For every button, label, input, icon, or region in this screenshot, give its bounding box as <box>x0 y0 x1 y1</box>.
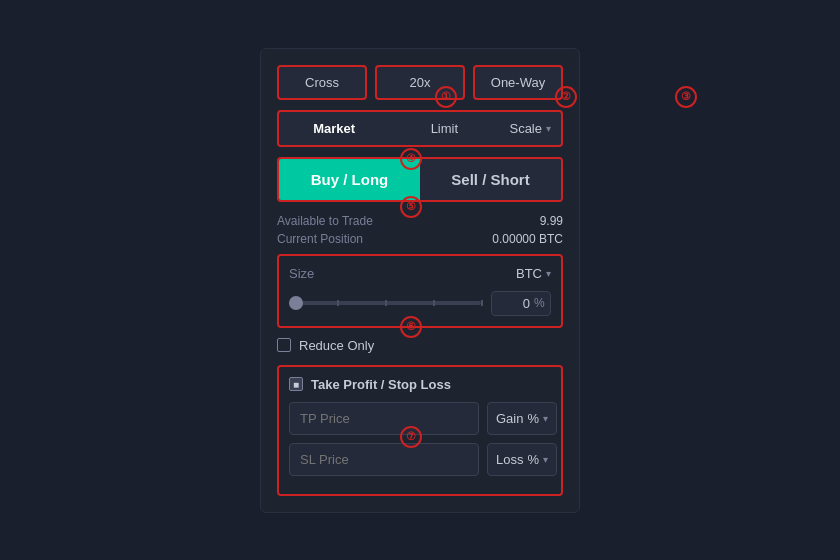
loss-selector[interactable]: Loss % ▾ <box>487 443 557 476</box>
circle-7: ⑦ <box>400 426 422 448</box>
slider-tick-75 <box>433 300 435 306</box>
scale-chevron-icon: ▾ <box>546 123 551 134</box>
available-value: 9.99 <box>540 214 563 228</box>
size-unit-selector[interactable]: BTC ▾ <box>516 266 551 281</box>
percent-sign: % <box>534 296 545 310</box>
reduce-only-row: Reduce Only <box>277 336 563 355</box>
circle-1: ① <box>435 86 457 108</box>
position-label: Current Position <box>277 232 363 246</box>
slider-tick-25 <box>337 300 339 306</box>
sl-price-input[interactable] <box>289 443 479 476</box>
percent-input[interactable] <box>500 296 530 311</box>
size-unit-chevron-icon: ▾ <box>546 268 551 279</box>
gain-selector[interactable]: Gain % ▾ <box>487 402 557 435</box>
size-header-row: Size BTC ▾ <box>289 266 551 281</box>
sell-short-button[interactable]: Sell / Short <box>420 159 561 200</box>
tp-price-input[interactable] <box>289 402 479 435</box>
cross-button[interactable]: Cross <box>277 65 367 100</box>
market-button[interactable]: Market <box>279 112 389 145</box>
loss-percent: % <box>527 452 539 467</box>
gain-chevron-icon: ▾ <box>543 413 548 424</box>
current-position-row: Current Position 0.00000 BTC <box>277 232 563 246</box>
position-value: 0.00000 BTC <box>492 232 563 246</box>
available-to-trade-row: Available to Trade 9.99 <box>277 214 563 228</box>
tpsl-checkbox[interactable]: ■ <box>289 377 303 391</box>
tpsl-title: Take Profit / Stop Loss <box>311 377 451 392</box>
circle-3: ③ <box>675 86 697 108</box>
reduce-only-checkbox[interactable] <box>277 338 291 352</box>
tp-row: Gain % ▾ <box>289 402 551 435</box>
scale-button[interactable]: Scale ▾ <box>499 112 561 145</box>
buy-long-button[interactable]: Buy / Long <box>279 159 420 200</box>
available-label: Available to Trade <box>277 214 373 228</box>
circle-4: ④ <box>400 148 422 170</box>
tpsl-header: ■ Take Profit / Stop Loss <box>289 377 551 392</box>
circle-2: ② <box>555 86 577 108</box>
margin-row: Cross 20x One-Way <box>277 65 563 100</box>
limit-button[interactable]: Limit <box>389 112 499 145</box>
percent-input-wrap: % <box>491 291 551 316</box>
reduce-only-label: Reduce Only <box>299 338 374 353</box>
size-label: Size <box>289 266 314 281</box>
size-unit-value: BTC <box>516 266 542 281</box>
sl-row: Loss % ▾ <box>289 443 551 476</box>
slider-thumb[interactable] <box>289 296 303 310</box>
order-type-row: Market Limit Scale ▾ <box>277 110 563 147</box>
circle-6: ⑥ <box>400 316 422 338</box>
mode-button[interactable]: One-Way <box>473 65 563 100</box>
loss-label: Loss <box>496 452 523 467</box>
circle-5: ⑤ <box>400 196 422 218</box>
slider-row: % <box>289 291 551 316</box>
slider-track[interactable] <box>289 301 481 305</box>
gain-label: Gain <box>496 411 523 426</box>
slider-tick-50 <box>385 300 387 306</box>
gain-percent: % <box>527 411 539 426</box>
tpsl-checkmark-icon: ■ <box>293 379 299 390</box>
size-section: Size BTC ▾ % <box>277 254 563 328</box>
slider-tick-100 <box>481 300 483 306</box>
loss-chevron-icon: ▾ <box>543 454 548 465</box>
